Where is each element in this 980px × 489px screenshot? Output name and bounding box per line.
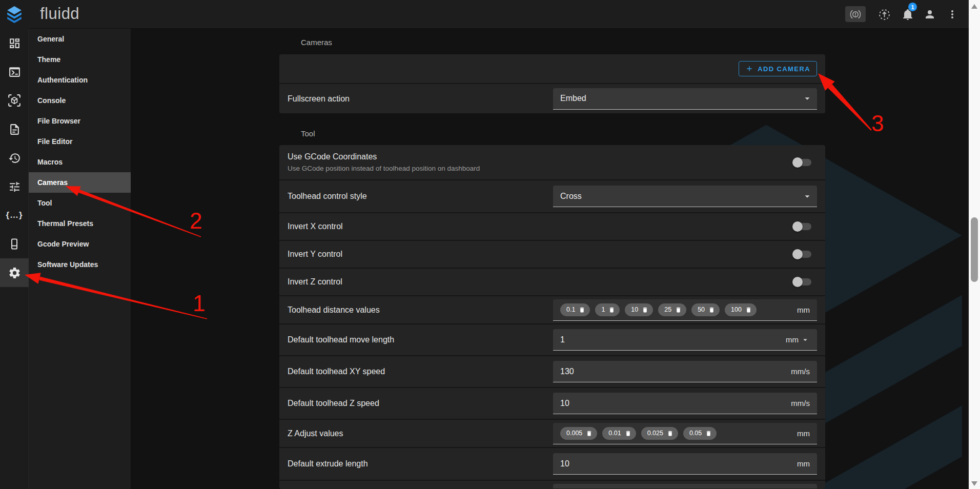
- toolhead-control-style-select[interactable]: Cross: [553, 186, 817, 207]
- rail-item-settings[interactable]: [0, 258, 29, 287]
- rail-item-history[interactable]: [0, 144, 29, 172]
- check-updates-button[interactable]: [877, 8, 891, 21]
- rail-item-gcode-preview[interactable]: [0, 86, 29, 115]
- toggle-thumb: [792, 157, 803, 168]
- invert-y-label: Invert Y control: [288, 250, 342, 259]
- menu-item-authentication[interactable]: Authentication: [29, 70, 131, 90]
- emergency-stop-button[interactable]: [845, 6, 866, 22]
- top-app-bar: fluidd 1: [0, 0, 980, 29]
- printer-tower-icon: [8, 238, 21, 250]
- rail-item-printer[interactable]: [0, 230, 29, 258]
- add-camera-button[interactable]: ADD CAMERA: [739, 61, 817, 76]
- delete-icon[interactable]: [708, 307, 715, 313]
- menu-item-general[interactable]: General: [29, 29, 131, 49]
- delete-icon[interactable]: [745, 307, 752, 313]
- scrollbar[interactable]: [969, 0, 980, 489]
- gcode-coordinates-toggle[interactable]: [792, 156, 813, 169]
- menu-item-file-browser[interactable]: File Browser: [29, 111, 131, 131]
- cameras-card: ADD CAMERA Fullscreen action Embed: [279, 54, 825, 113]
- fullscreen-action-label: Fullscreen action: [288, 94, 350, 104]
- value-chip[interactable]: 0.1: [560, 303, 590, 316]
- braces-icon: {…}: [6, 210, 23, 220]
- chevron-down-icon: [802, 93, 813, 104]
- value-chip[interactable]: 1: [595, 303, 620, 316]
- default-z-speed-input[interactable]: [553, 399, 791, 408]
- value-chip[interactable]: 0.05: [683, 427, 717, 440]
- rail-item-tune[interactable]: [0, 172, 29, 201]
- section-title-cameras: Cameras: [301, 38, 332, 47]
- value-chip[interactable]: 50: [691, 303, 720, 316]
- unit-suffix: mm: [797, 305, 817, 314]
- unit-select[interactable]: mm: [786, 335, 817, 344]
- cube-scan-icon: [8, 94, 21, 107]
- toggle-thumb: [792, 249, 803, 259]
- gear-icon: [8, 267, 21, 279]
- dashboard-icon: [8, 37, 21, 50]
- partial-next-row: [279, 481, 825, 488]
- menu-item-software-updates[interactable]: Software Updates: [29, 254, 131, 275]
- rail-item-dashboard[interactable]: [0, 29, 29, 57]
- default-move-length-field: mm: [553, 329, 817, 351]
- delete-icon[interactable]: [675, 307, 682, 313]
- delete-icon[interactable]: [705, 430, 712, 437]
- menu-item-theme[interactable]: Theme: [29, 49, 131, 70]
- history-icon: [8, 152, 21, 165]
- invert-z-toggle[interactable]: [792, 276, 813, 288]
- overflow-menu-button[interactable]: [946, 8, 959, 21]
- chevron-down-icon: [801, 335, 810, 344]
- scroll-down-arrow[interactable]: [971, 481, 977, 486]
- update-icon: [878, 8, 891, 21]
- rail-item-macros[interactable]: {…}: [0, 201, 29, 230]
- scrollbar-thumb[interactable]: [971, 217, 978, 282]
- menu-item-macros[interactable]: Macros: [29, 152, 131, 172]
- delete-icon[interactable]: [625, 430, 631, 437]
- default-extrude-length-label: Default extrude length: [288, 459, 368, 468]
- value-chip[interactable]: 0.005: [560, 427, 597, 440]
- delete-icon[interactable]: [667, 430, 673, 437]
- menu-item-tool[interactable]: Tool: [29, 193, 131, 213]
- value-chip[interactable]: 0.01: [602, 427, 636, 440]
- menu-item-console[interactable]: Console: [29, 90, 131, 111]
- rail-item-console[interactable]: [0, 57, 29, 86]
- delete-icon[interactable]: [608, 307, 615, 313]
- menu-item-file-editor[interactable]: File Editor: [29, 131, 131, 152]
- default-xy-speed-input[interactable]: [553, 367, 791, 376]
- value-chip[interactable]: 25: [658, 303, 686, 316]
- default-move-length-label: Default toolhead move length: [288, 335, 394, 344]
- app-logo[interactable]: [0, 0, 29, 29]
- value-chip[interactable]: 0.025: [641, 427, 678, 440]
- invert-x-row: Invert X control: [279, 213, 825, 240]
- gcode-coordinates-row: Use GCode Coordinates Use GCode position…: [279, 145, 825, 179]
- z-adjust-values-label: Z Adjust values: [288, 429, 343, 438]
- partial-field: [553, 484, 817, 488]
- delete-icon[interactable]: [579, 307, 585, 313]
- account-button[interactable]: [923, 8, 936, 21]
- delete-icon[interactable]: [642, 307, 648, 313]
- toolhead-distance-values-field[interactable]: 0.1 1 10 25 50 100 mm: [553, 299, 817, 321]
- menu-item-cameras[interactable]: Cameras: [29, 172, 131, 193]
- menu-item-gcode-preview[interactable]: Gcode Preview: [29, 234, 131, 254]
- fullscreen-action-select[interactable]: Embed: [553, 88, 817, 110]
- menu-item-thermal-presets[interactable]: Thermal Presets: [29, 213, 131, 234]
- default-move-length-input[interactable]: [553, 335, 786, 344]
- default-z-speed-row: Default toolhead Z speed mm/s: [279, 388, 825, 419]
- invert-x-toggle[interactable]: [792, 220, 813, 233]
- invert-y-row: Invert Y control: [279, 241, 825, 268]
- default-extrude-length-input[interactable]: [553, 459, 797, 468]
- toolhead-control-style-row: Toolhead control style Cross: [279, 180, 825, 212]
- app-title: fluidd: [40, 0, 79, 29]
- z-adjust-values-row: Z Adjust values 0.005 0.01 0.025 0.05 mm: [279, 420, 825, 447]
- value-chip[interactable]: 100: [725, 303, 757, 316]
- default-z-speed-field: mm/s: [553, 393, 817, 414]
- toolhead-distance-values-row: Toolhead distance values 0.1 1 10 25 50 …: [279, 296, 825, 323]
- value-chip[interactable]: 10: [625, 303, 653, 316]
- default-z-speed-label: Default toolhead Z speed: [288, 399, 379, 408]
- invert-y-toggle[interactable]: [792, 248, 813, 260]
- tune-icon: [8, 180, 21, 193]
- delete-icon[interactable]: [586, 430, 593, 437]
- scroll-up-arrow[interactable]: [971, 4, 977, 9]
- z-adjust-values-field[interactable]: 0.005 0.01 0.025 0.05 mm: [553, 423, 817, 444]
- rail-item-jobs[interactable]: [0, 115, 29, 144]
- default-xy-speed-row: Default toolhead XY speed mm/s: [279, 356, 825, 387]
- invert-z-row: Invert Z control: [279, 269, 825, 295]
